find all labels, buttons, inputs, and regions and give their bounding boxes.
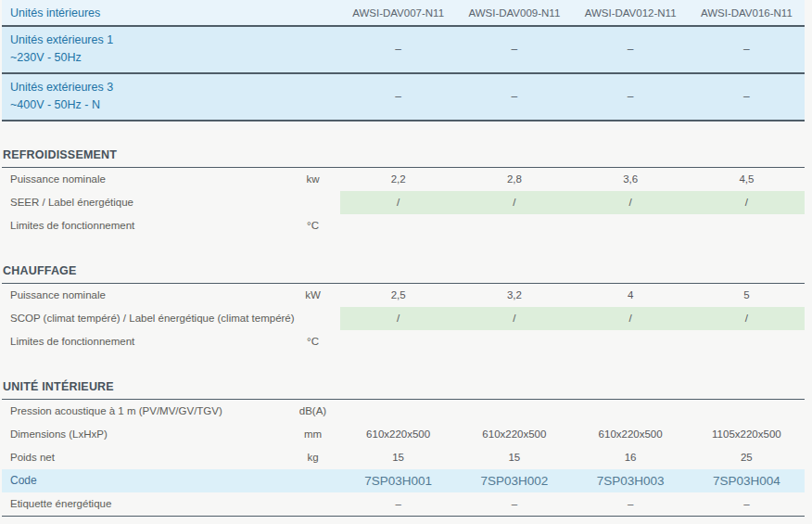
outdoor-unit-row-1: Unités extérieures 1 ~230V - 50Hz – – – … <box>2 27 805 74</box>
row-unit: °C <box>285 330 340 353</box>
cell-value: 4 <box>573 284 689 307</box>
row-label: Poids net <box>2 446 285 469</box>
cell-value: – <box>573 90 689 103</box>
row-unit: °C <box>285 214 340 237</box>
row-label: Pression acoustique à 1 m (PV/MV/GV/TGV) <box>2 400 285 423</box>
cell-value: 2,8 <box>456 168 572 191</box>
table-header-row: Unités intérieures AWSI-DAV007-N11 AWSI-… <box>2 0 805 27</box>
cell-value <box>689 330 805 353</box>
cell-value: / <box>573 191 689 214</box>
cell-value: 15 <box>340 446 456 469</box>
row-unit: kg <box>285 446 340 469</box>
product-code: 7SP03H004 <box>689 469 805 492</box>
table-row: SCOP (climat tempéré) / Label énergétiqu… <box>2 307 805 330</box>
cell-value: – <box>340 492 456 516</box>
table-row: Puissance nominale kw 2,2 2,8 3,6 4,5 <box>2 168 805 191</box>
cell-value: – <box>456 43 572 56</box>
cell-value: 610x220x500 <box>456 423 572 446</box>
cell-value <box>689 400 805 423</box>
cell-value <box>456 400 572 423</box>
cell-value: 610x220x500 <box>340 423 456 446</box>
row-unit: kw <box>285 168 340 191</box>
cell-value: / <box>689 191 805 214</box>
product-code: 7SP03H003 <box>573 469 689 492</box>
indoor-units-header-label: Unités intérieures <box>2 6 340 19</box>
row-unit <box>285 469 340 492</box>
section-unite-interieure: UNITÉ INTÉRIEURE Pression acoustique à 1… <box>2 376 805 517</box>
row-label: SCOP (climat tempéré) / Label énergétiqu… <box>2 307 285 330</box>
cell-value: / <box>456 191 572 214</box>
cell-value: / <box>456 307 572 330</box>
product-code: 7SP03H001 <box>340 469 456 492</box>
cell-value <box>573 214 689 237</box>
column-header-model-1: AWSI-DAV007-N11 <box>340 7 456 19</box>
cell-value: 25 <box>689 446 805 469</box>
cell-value: 16 <box>573 446 689 469</box>
cell-value: 610x220x500 <box>573 423 689 446</box>
table-row: Puissance nominale kW 2,5 3,2 4 5 <box>2 284 805 307</box>
cell-value <box>456 330 572 353</box>
cell-value: – <box>340 90 456 103</box>
cell-value: – <box>573 43 689 56</box>
cell-value: 3,6 <box>573 168 689 191</box>
cell-value: – <box>689 492 805 516</box>
section-refroidissement: REFROIDISSEMENT Puissance nominale kw 2,… <box>2 144 805 237</box>
outdoor-unit-name: Unités extérieures 1 <box>10 32 340 49</box>
cell-value <box>340 214 456 237</box>
cell-value: – <box>456 492 572 516</box>
table-row: Limites de fonctionnement °C <box>2 214 805 237</box>
row-unit: kW <box>285 284 340 307</box>
cell-value <box>340 400 456 423</box>
cell-value: 2,5 <box>340 284 456 307</box>
table-row: Poids net kg 15 15 16 25 <box>2 446 805 469</box>
section-title: REFROIDISSEMENT <box>2 144 805 168</box>
cell-value: – <box>456 90 572 103</box>
cell-value <box>340 330 456 353</box>
outdoor-unit-spec: ~230V - 50Hz <box>10 49 340 67</box>
table-row: Dimensions (LxHxP) mm 610x220x500 610x22… <box>2 423 805 446</box>
row-unit <box>285 492 340 516</box>
row-label: Limites de fonctionnement <box>2 214 285 237</box>
cell-value: / <box>340 191 456 214</box>
row-label: SEER / Label énergétique <box>2 191 285 214</box>
row-unit: dB(A) <box>285 400 340 423</box>
cell-value: 3,2 <box>456 284 572 307</box>
cell-value <box>689 214 805 237</box>
section-title: CHAUFFAGE <box>2 260 805 284</box>
cell-value: – <box>340 43 456 56</box>
table-row: Pression acoustique à 1 m (PV/MV/GV/TGV)… <box>2 400 805 423</box>
column-header-model-3: AWSI-DAV012-N11 <box>573 7 689 19</box>
table-row-code: Code 7SP03H001 7SP03H002 7SP03H003 7SP03… <box>2 469 805 492</box>
row-label: Dimensions (LxHxP) <box>2 423 285 446</box>
column-header-model-2: AWSI-DAV009-N11 <box>456 7 572 19</box>
row-unit <box>285 307 340 330</box>
cell-value: – <box>573 492 689 516</box>
cell-value: – <box>689 43 805 56</box>
cell-value: – <box>689 90 805 103</box>
table-row: Etiquette énergétique – – – – <box>2 492 805 517</box>
cell-value: 4,5 <box>689 168 805 191</box>
spec-table: Unités intérieures AWSI-DAV007-N11 AWSI-… <box>2 0 805 517</box>
outdoor-unit-name: Unités extérieures 3 <box>10 79 340 96</box>
cell-value: 5 <box>689 284 805 307</box>
outdoor-unit-spec: ~400V - 50Hz - N <box>10 96 340 114</box>
row-label: Limites de fonctionnement <box>2 330 285 353</box>
cell-value <box>456 214 572 237</box>
row-unit: mm <box>285 423 340 446</box>
cell-value <box>573 400 689 423</box>
table-row: SEER / Label énergétique / / / / <box>2 191 805 214</box>
cell-value: / <box>573 307 689 330</box>
outdoor-unit-row-2: Unités extérieures 3 ~400V - 50Hz - N – … <box>2 74 805 121</box>
cell-value: 15 <box>456 446 572 469</box>
outdoor-unit-label: Unités extérieures 1 ~230V - 50Hz <box>2 32 340 67</box>
section-chauffage: CHAUFFAGE Puissance nominale kW 2,5 3,2 … <box>2 260 805 353</box>
row-label: Puissance nominale <box>2 284 285 307</box>
cell-value <box>573 330 689 353</box>
row-label: Etiquette énergétique <box>2 492 285 516</box>
cell-value: / <box>689 307 805 330</box>
column-header-model-4: AWSI-DAV016-N11 <box>689 7 805 19</box>
table-row: Limites de fonctionnement °C <box>2 330 805 353</box>
cell-value: 1105x220x500 <box>689 423 805 446</box>
cell-value: 2,2 <box>340 168 456 191</box>
section-title: UNITÉ INTÉRIEURE <box>2 376 805 400</box>
